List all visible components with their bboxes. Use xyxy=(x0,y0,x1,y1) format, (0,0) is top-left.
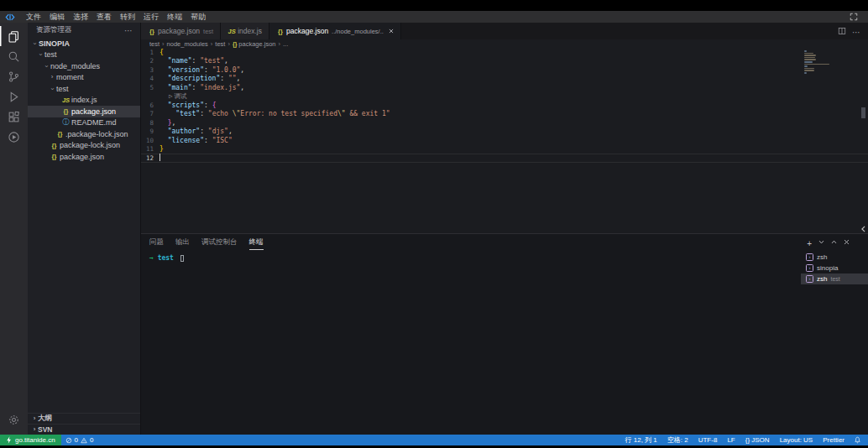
scrollbar-slider[interactable] xyxy=(861,107,865,118)
menu-item-help[interactable]: 帮助 xyxy=(186,11,210,23)
status-language-mode[interactable]: {} JSON xyxy=(740,435,775,445)
tab-label: index.js xyxy=(238,27,262,35)
tree-item-readme.md[interactable]: ⓘREADME.md xyxy=(28,117,140,129)
more-actions-icon[interactable]: ⋯ xyxy=(124,26,133,35)
tree-item-label: package.json xyxy=(71,107,116,116)
activity-item-extensions[interactable] xyxy=(0,107,28,127)
activity-item-explorer[interactable] xyxy=(0,26,28,46)
code-line-10[interactable]: 10 "license": "ISC" xyxy=(141,136,868,145)
breadcrumb-item[interactable]: test xyxy=(149,40,159,48)
code-line-8[interactable]: 8 }, xyxy=(141,118,868,128)
settings-gear-icon xyxy=(8,414,20,426)
code-line-6[interactable]: 6 "scripts": { xyxy=(141,101,868,110)
menu-item-go[interactable]: 转到 xyxy=(116,11,139,23)
problems-indicator[interactable]: 0 0 xyxy=(61,435,98,445)
remote-indicator[interactable]: go.titanide.cn xyxy=(0,435,61,445)
tree-item-package-lock.json[interactable]: {}package-lock.json xyxy=(28,140,140,152)
json-file-icon: {} xyxy=(276,28,285,35)
tree-item-moment[interactable]: ›moment xyxy=(28,72,140,84)
status-indentation[interactable]: 空格: 2 xyxy=(662,435,693,445)
js-file-icon: JS xyxy=(61,96,71,104)
tree-item-package.json[interactable]: {}package.json xyxy=(28,106,140,117)
new-terminal-icon[interactable]: + xyxy=(807,235,812,250)
codelens-row[interactable]: ▷调试 xyxy=(141,92,868,102)
code-line-12[interactable]: 12 xyxy=(141,154,868,163)
maximize-panel-icon[interactable] xyxy=(831,239,837,245)
menu-item-run[interactable]: 运行 xyxy=(139,11,163,23)
activity-item-search[interactable] xyxy=(0,46,28,66)
minimap[interactable] xyxy=(804,50,831,75)
tree-item-.package-lock.json[interactable]: {}.package-lock.json xyxy=(28,128,140,140)
breadcrumb-separator: › xyxy=(279,40,281,48)
panel-tab-debug-console[interactable]: 调试控制台 xyxy=(201,234,238,250)
code-line-3[interactable]: 3 "version": "1.0.0", xyxy=(141,65,868,75)
terminal-instance-zsh-test[interactable]: ›zshtest xyxy=(801,273,868,284)
status-encoding[interactable]: UTF-8 xyxy=(693,435,723,445)
status-prettier[interactable]: Prettier xyxy=(818,435,850,445)
chevron-collapsed-icon: › xyxy=(31,415,38,422)
code-line-11[interactable]: 11} xyxy=(141,145,868,154)
code-line-1[interactable]: 1{ xyxy=(141,48,868,57)
menu-item-terminal[interactable]: 终端 xyxy=(163,11,186,23)
code-line-9[interactable]: 9 "author": "djs", xyxy=(141,128,868,137)
menu-item-view[interactable]: 查看 xyxy=(92,11,116,23)
menu-item-selection[interactable]: 选择 xyxy=(69,11,92,23)
panel-tab-terminal[interactable]: 终端 xyxy=(249,234,264,250)
codelens-label[interactable]: 调试 xyxy=(175,92,187,100)
code-line-2[interactable]: 2 "name": "test", xyxy=(141,57,868,66)
terminal-desc: test xyxy=(830,276,839,282)
section-label: SVN xyxy=(38,425,52,434)
fullscreen-icon[interactable] xyxy=(850,13,858,21)
activity-item-source-control[interactable] xyxy=(0,66,28,86)
sidebar-section-svn[interactable]: ›SVN xyxy=(28,424,140,435)
launch-profile-icon[interactable] xyxy=(818,239,824,245)
breadcrumb-item[interactable]: {} package.json xyxy=(233,40,276,48)
menu-item-file[interactable]: 文件 xyxy=(22,11,45,23)
tree-item-label: test xyxy=(56,85,69,93)
tree-item-test[interactable]: ›test xyxy=(28,83,140,95)
source-control-icon xyxy=(8,70,20,83)
status-cursor-position[interactable]: 行 12, 列 1 xyxy=(620,435,662,445)
menu-item-edit[interactable]: 编辑 xyxy=(45,11,69,23)
tree-item-node-modules[interactable]: ›node_modules xyxy=(28,60,140,72)
tree-item-sinopia[interactable]: ›SINOPIA xyxy=(28,38,140,49)
sidebar-section-outline[interactable]: ›大纲 xyxy=(28,413,140,424)
editor-tab-package.json-2[interactable]: {}package.json../node_modules/.. xyxy=(269,23,401,39)
terminal-instance-zsh[interactable]: ›zsh xyxy=(801,252,868,263)
code-line-7[interactable]: 7 "test": "echo \"Error: no test specifi… xyxy=(141,110,868,119)
code-line-4[interactable]: 4 "description": "", xyxy=(141,75,868,84)
status-keyboard-layout[interactable]: Layout: US xyxy=(775,435,818,445)
tree-item-index.js[interactable]: JSindex.js xyxy=(28,95,140,107)
bottom-panel: 问题输出调试控制台终端 + → test ›zsh›sinopia›zshtes… xyxy=(141,233,868,435)
chevron-left-icon[interactable] xyxy=(860,226,866,232)
notifications-bell-icon[interactable] xyxy=(850,435,868,445)
breadcrumb-item[interactable]: node_modules xyxy=(167,40,208,48)
tree-item-package.json[interactable]: {}package.json xyxy=(28,151,140,163)
chevron-expanded-icon: › xyxy=(43,63,50,70)
code-editor[interactable]: 1{2 "name": "test",3 "version": "1.0.0",… xyxy=(141,48,868,233)
activity-item-run-circle[interactable] xyxy=(0,127,28,147)
split-editor-icon[interactable] xyxy=(838,27,846,35)
breadcrumb-item[interactable]: ... xyxy=(283,40,288,48)
activity-item-settings-gear[interactable] xyxy=(0,409,28,430)
tree-item-label: test xyxy=(44,50,57,59)
terminal-instance-sinopia[interactable]: ›sinopia xyxy=(801,263,868,273)
line-number: 8 xyxy=(141,119,159,127)
line-number: 2 xyxy=(141,57,159,65)
activity-item-run-debug[interactable] xyxy=(0,86,28,107)
panel-tab-problems[interactable]: 问题 xyxy=(149,234,164,250)
close-icon[interactable] xyxy=(389,29,394,34)
code-line-5[interactable]: 5 "main": "index.js", xyxy=(141,83,868,92)
line-number: 7 xyxy=(141,110,159,117)
editor-tab-index.js-1[interactable]: JSindex.js xyxy=(221,23,269,39)
more-actions-icon[interactable]: ⋯ xyxy=(852,23,861,39)
status-eol[interactable]: LF xyxy=(722,435,740,445)
breadcrumb: test›node_modules›test›{} package.json›.… xyxy=(141,39,868,48)
tree-item-test[interactable]: ›test xyxy=(28,49,140,61)
breadcrumb-item[interactable]: test xyxy=(215,40,225,48)
editor-scrollbar[interactable] xyxy=(859,48,868,233)
close-panel-icon[interactable] xyxy=(844,239,850,245)
editor-tab-package.json-0[interactable]: {}package.jsontest xyxy=(141,23,221,39)
panel-tab-output[interactable]: 输出 xyxy=(175,234,190,250)
terminal-output[interactable]: → test xyxy=(141,250,801,435)
